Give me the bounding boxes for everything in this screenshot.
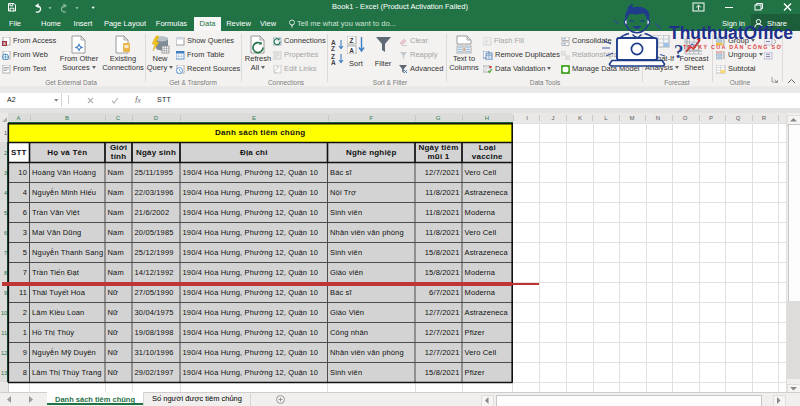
svg-text:Z: Z xyxy=(331,45,335,51)
svg-text:TRI KỶ CỦA DÂN CÔNG SỞ: TRI KỶ CỦA DÂN CÔNG SỞ xyxy=(683,43,782,50)
svg-text:A: A xyxy=(349,47,354,54)
svg-text:ThuthuatOffice: ThuthuatOffice xyxy=(669,23,793,43)
svg-text:a: a xyxy=(3,40,6,46)
svg-text:Z: Z xyxy=(350,37,354,44)
